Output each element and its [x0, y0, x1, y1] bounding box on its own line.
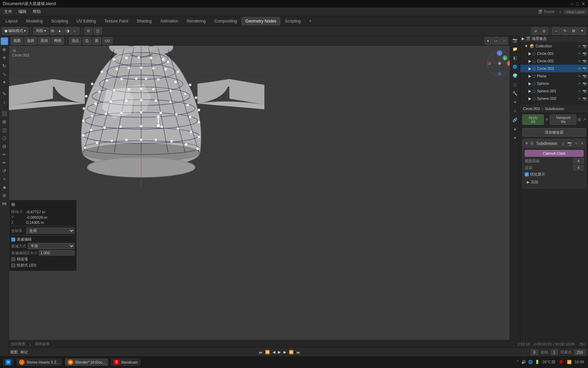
tool-measure[interactable]: ↕	[1, 98, 8, 106]
3d-viewport[interactable]: 编 Circle.003 Y X -Y -X Z + ✋	[9, 36, 520, 348]
taskbar-stereo[interactable]: ♪ Stereo Hearts X Z...	[16, 358, 62, 366]
decay-size-input[interactable]	[39, 250, 75, 256]
prop-material[interactable]: ●	[511, 134, 519, 142]
mode-dropdown[interactable]: ◼ 编辑模式 ▾	[2, 27, 28, 35]
tab-sculpting[interactable]: Sculpting	[47, 17, 72, 26]
vis[interactable]: 👁	[578, 59, 581, 63]
tool-bevel[interactable]: ⬡	[1, 134, 8, 142]
vis[interactable]: 👁	[578, 52, 581, 56]
mod-delete-btn[interactable]: ✕	[581, 141, 584, 146]
tool-loop-cut[interactable]: ⊟	[1, 142, 8, 150]
modifier-card-header[interactable]: ▼ ⊞ Subdivision ⊙ 📷 ✎ ✕	[523, 139, 586, 148]
tab-geometry-nodes[interactable]: Geometry Nodes	[241, 17, 280, 26]
outliner-sphere002[interactable]: ▶ ◻ Sphere.002 👁 📷	[520, 95, 588, 102]
xray-btn[interactable]: ◫	[94, 27, 102, 35]
add-modifier-button[interactable]: 添加修改器	[522, 128, 586, 137]
transform-tool[interactable]: ✦	[578, 27, 586, 35]
rotate-tool[interactable]: ↻	[561, 27, 569, 35]
tool-cursor[interactable]: ⊕	[1, 46, 8, 53]
prop-constraints[interactable]: 🔗	[511, 116, 519, 124]
ren[interactable]: 📷	[583, 97, 587, 101]
outliner-circle003[interactable]: ▶ ◻ Circle.003 👁 📷	[520, 65, 588, 72]
tool-shrink[interactable]: ◈	[1, 183, 8, 191]
taskbar-bandicam[interactable]: B Bandicam	[111, 358, 141, 366]
shading-wireframe[interactable]: ⊞	[50, 27, 57, 35]
coord-sys-select[interactable]: 全局 局部 法线	[26, 228, 75, 234]
outliner-collection[interactable]: ▼ 📦 Collection 👁 📷	[520, 42, 588, 50]
vis[interactable]: 👁	[578, 67, 581, 71]
ren[interactable]: 📷	[583, 59, 587, 63]
overlay-btn[interactable]: ⊙	[84, 27, 92, 35]
proportional-btn[interactable]: ◎	[540, 27, 548, 35]
skip-end-btn[interactable]: ⏭	[296, 350, 300, 354]
shading-rendered[interactable]: ○	[72, 27, 79, 35]
advanced-section[interactable]: ▶ 高级	[525, 178, 584, 186]
sub-select[interactable]: 选择	[24, 37, 37, 45]
viewport-type[interactable]: 局部 ▾	[33, 27, 49, 35]
menu-file[interactable]: 文件	[1, 8, 15, 15]
tab-uv-editing[interactable]: UV Editing	[72, 17, 100, 26]
ren[interactable]: 📷	[583, 52, 587, 56]
tool-move[interactable]: ✛	[1, 54, 8, 61]
prop-scene2[interactable]: 🔵	[511, 63, 519, 71]
prop-modifier[interactable]: 🔧	[511, 89, 519, 97]
tool-inset[interactable]: ◫	[1, 126, 8, 134]
optimize-checkbox[interactable]: ✓	[525, 172, 529, 177]
systray-up[interactable]: ⌃	[516, 360, 519, 364]
sub-mesh[interactable]: 网格	[52, 37, 64, 45]
expand-icon[interactable]: ↗	[583, 117, 586, 122]
viewport-vis-button[interactable]: Viewport Vis	[550, 114, 576, 125]
tab-rendering[interactable]: Rendering	[183, 17, 210, 26]
prop-render[interactable]: 📷	[511, 36, 519, 44]
navigation-gizmo[interactable]: Y X -Y -X Z	[486, 50, 513, 77]
prop-view-layer[interactable]: ◧	[511, 54, 519, 62]
timeline-view-btn[interactable]: 视图	[10, 350, 18, 355]
vis[interactable]: 👁	[578, 97, 581, 101]
tool-select[interactable]: ⬚	[1, 37, 8, 45]
tool-smooth[interactable]: ≈	[1, 175, 8, 183]
tool-knife[interactable]: ✂	[1, 151, 8, 158]
sub-add[interactable]: 添加	[38, 37, 50, 45]
menu-help[interactable]: 帮助	[30, 8, 44, 15]
next-frame-btn[interactable]: ⏩	[289, 350, 294, 354]
shading-solid[interactable]: ●	[58, 27, 64, 35]
tab-modeling[interactable]: Modeling	[22, 17, 47, 26]
outliner-sphere[interactable]: ▶ ◻ Sphere 👁 📷	[520, 80, 588, 87]
catmull-clark-button[interactable]: Catmull-Clark	[525, 150, 584, 157]
proportional-checkbox[interactable]	[11, 257, 15, 261]
decay-type-select[interactable]: 平滑 球形 根号	[28, 243, 75, 249]
minimize-button[interactable]: ─	[570, 1, 573, 6]
scene-selector[interactable]: 🎬 Scene	[536, 10, 556, 14]
taskbar-blender[interactable]: Blender* [d:\Doc...	[65, 358, 108, 366]
tool-rotate[interactable]: ↻	[1, 62, 8, 70]
ren[interactable]: 📷	[583, 67, 587, 71]
tool-polypen[interactable]: ✏	[1, 159, 8, 166]
systray-network2[interactable]: 📶	[567, 360, 572, 364]
ren[interactable]: 📷	[583, 89, 587, 93]
projected-checkbox[interactable]	[11, 263, 15, 267]
skip-start-btn[interactable]: ⏮	[259, 350, 262, 354]
coll-vis[interactable]: 👁	[578, 44, 581, 48]
close-button[interactable]: ✕	[582, 1, 585, 6]
tool-add-cube[interactable]: ⬛	[1, 110, 8, 117]
view-layer-tab[interactable]: +	[557, 10, 563, 14]
scale-tool[interactable]: ⊞	[570, 27, 577, 35]
apply-all-button[interactable]: Apply All	[522, 114, 544, 125]
ren[interactable]: 📷	[583, 74, 587, 78]
tab-add[interactable]: +	[305, 17, 316, 26]
sub-view[interactable]: 视图	[11, 37, 23, 45]
next-keyframe-btn[interactable]: ▶	[283, 350, 286, 354]
mod-render-btn[interactable]: 📷	[567, 141, 572, 146]
toggle-edge[interactable]: —	[492, 37, 500, 45]
menu-edit[interactable]: 编辑	[16, 8, 29, 15]
outliner-circle002[interactable]: ▶ ◻ Circle.002 👁 📷	[520, 57, 588, 65]
tab-compositing[interactable]: Compositing	[210, 17, 241, 26]
prop-output[interactable]: 📁	[511, 45, 519, 53]
tool-annotate[interactable]: ✎	[1, 90, 8, 97]
tab-shading[interactable]: Shading	[133, 17, 156, 26]
decay-checkbox[interactable]	[11, 237, 15, 242]
toggle-vertex[interactable]: ●	[485, 37, 491, 45]
mod-realtime-btn[interactable]: ⊙	[561, 141, 565, 146]
outliner-circle001[interactable]: ▶ ◻ Circle.001 👁 📷	[520, 50, 588, 57]
render-value[interactable]: 4	[573, 165, 584, 170]
